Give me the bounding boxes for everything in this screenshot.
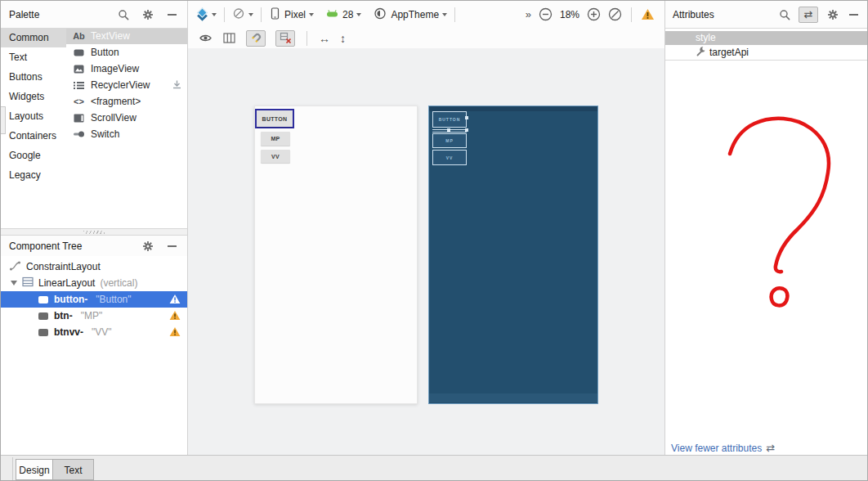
minimize-icon[interactable] [165,239,179,253]
panel-splitter[interactable] [1,228,187,236]
chevron-down-icon [309,13,314,16]
textview-icon: Ab [73,31,85,41]
search-icon[interactable] [116,7,130,21]
collapse-arrow-icon[interactable] [11,281,17,285]
preview-button[interactable]: MP [261,132,290,146]
fragment-icon: <> [73,97,85,106]
zoom-in-icon[interactable] [587,7,601,21]
theme-selector[interactable]: AppTheme [374,7,447,22]
blueprint-button[interactable]: VV [432,150,467,165]
phone-icon [269,7,280,22]
blueprint-preview-screen[interactable]: BUTTON MP VV [428,106,598,404]
palette-item-button[interactable]: Button [66,44,187,61]
chevron-down-icon [442,13,447,16]
zoom-out-icon[interactable] [539,7,553,21]
preview-button[interactable]: VV [261,150,290,163]
chevron-down-icon [248,13,253,16]
gear-icon[interactable] [141,239,154,253]
blueprint-navbar [429,393,597,402]
chevron-down-icon [212,13,217,16]
warning-icon [169,294,181,307]
minimize-icon[interactable] [847,7,861,21]
minimize-icon[interactable] [165,7,179,21]
orientation-selector[interactable] [232,7,253,22]
palette-category-text[interactable]: Text [1,47,66,67]
theme-icon [374,7,387,22]
palette-category-buttons[interactable]: Buttons [1,67,66,87]
swap-arrows-icon: ⇄ [766,442,775,454]
device-selector[interactable]: Pixel [269,7,314,22]
layers-icon [195,8,208,20]
download-icon[interactable] [172,79,182,92]
palette-category-legacy[interactable]: Legacy [1,165,66,185]
tree-node-linearlayout[interactable]: LinearLayout(vertical) [1,275,187,291]
palette-item-fragment[interactable]: <> <fragment> [66,93,187,110]
switch-icon [73,130,85,138]
palette-item-switch[interactable]: Switch [66,126,187,142]
blueprint-mode-icon[interactable] [222,31,236,45]
component-tree: ConstraintLayout LinearLayout(vertical) … [1,256,187,455]
palette-category-containers[interactable]: Containers [1,126,66,146]
constraintlayout-icon [9,260,21,274]
view-options-eye-icon[interactable] [199,31,213,45]
canvas-toolbar: ↔ ↕ [187,28,664,48]
horizontal-resize-icon[interactable]: ↔ [319,32,330,45]
design-canvas[interactable]: BUTTON MP VV BUTTON MP VV [187,48,664,455]
design-preview-screen[interactable]: BUTTON MP VV [254,106,418,404]
warnings-icon[interactable] [641,7,655,21]
search-icon[interactable] [777,7,791,21]
palette-category-common[interactable]: Common [1,28,66,47]
button-node-icon [38,296,48,303]
attributes-header: Attributes ⇄ [664,1,868,28]
warning-icon [169,310,181,323]
imageview-icon [73,65,85,74]
android-icon [326,9,338,20]
palette-item-scrollview[interactable]: ScrollView [66,110,187,126]
tree-node-constraintlayout[interactable]: ConstraintLayout [1,258,187,275]
palette-item-imageview[interactable]: ImageView [66,61,187,77]
component-tree-header: Component Tree [1,236,187,256]
attributes-title: Attributes [673,9,714,20]
autoconnect-magnet-icon[interactable] [246,30,266,47]
palette-header: Palette [1,1,187,28]
tab-design[interactable]: Design [16,459,53,480]
palette-title: Palette [9,9,39,20]
attribute-row-style[interactable]: style [664,31,868,45]
selection-handle[interactable] [465,116,468,119]
palette-item-textview[interactable]: Ab TextView [66,28,187,44]
zoom-to-fit-icon[interactable] [608,7,622,21]
recyclerview-icon [73,81,85,90]
tree-node-btn[interactable]: btn- "MP" [1,308,187,324]
button-node-icon [38,312,48,320]
palette-category-google[interactable]: Google [1,146,66,165]
tree-node-button[interactable]: button- "Button" [1,291,187,308]
palette-category-widgets[interactable]: Widgets [1,87,66,106]
palette-category-layouts[interactable]: Layouts [1,106,66,126]
component-tree-title: Component Tree [9,240,82,252]
tree-node-btnvv[interactable]: btnvv- "VV" [1,324,187,340]
gear-icon[interactable] [141,7,154,21]
palette-categories: Common Text Buttons Widgets Layouts Cont… [1,28,66,228]
chevron-down-icon [356,13,361,16]
wrench-icon [696,46,706,59]
toolbar-overflow-icon[interactable]: » [526,8,531,20]
toggle-attributes-view-icon[interactable]: ⇄ [799,7,818,23]
gear-icon[interactable] [825,7,839,21]
zoom-level: 18% [560,9,579,20]
design-toolbar: Pixel 28 AppTheme » 18% [187,1,664,28]
selection-handle[interactable] [465,128,468,132]
view-fewer-attributes-link[interactable]: View fewer attributes ⇄ [671,442,775,454]
orientation-icon [232,7,245,22]
clear-constraints-icon[interactable] [275,30,295,47]
blueprint-button[interactable]: BUTTON [432,111,467,128]
selection-handle[interactable] [447,128,450,132]
design-surface-selector[interactable] [195,8,217,20]
blueprint-button[interactable]: MP [432,133,467,148]
collapsed-panel-handle[interactable] [1,106,6,134]
api-level-selector[interactable]: 28 [326,9,361,20]
palette-item-recyclerview[interactable]: RecyclerView [66,77,187,93]
attribute-row-targetapi[interactable]: targetApi [664,45,868,60]
vertical-resize-icon[interactable]: ↕ [340,32,346,45]
preview-button[interactable]: BUTTON [257,110,293,127]
tab-text[interactable]: Text [52,459,94,480]
